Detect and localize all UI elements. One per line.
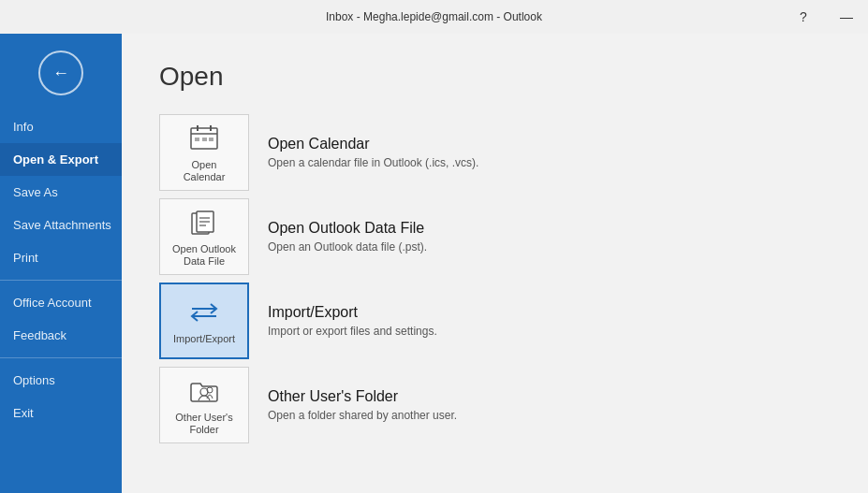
help-button[interactable]: ? [782,0,825,34]
open-outlook-data-title: Open Outlook Data File [268,220,427,237]
options-list: OpenCalendar Open Calendar Open a calend… [159,114,831,443]
option-row-open-outlook-data: Open OutlookData File Open Outlook Data … [159,198,831,275]
import-export-desc: Import or export files and settings. [268,325,437,338]
outlook-data-icon [187,206,221,239]
other-users-folder-text: Other User's Folder Open a folder shared… [268,388,457,422]
sidebar-divider-2 [0,357,122,358]
import-export-icon [187,296,221,329]
sidebar-item-save-as[interactable]: Save As [0,176,122,209]
sidebar-item-options[interactable]: Options [0,364,122,397]
calendar-icon [187,122,221,155]
svg-rect-5 [202,138,207,141]
other-users-folder-button[interactable]: Other User'sFolder [159,367,249,443]
open-calendar-icon-label: OpenCalendar [184,159,226,183]
title-bar-controls: ? — [782,0,868,34]
sidebar-item-info[interactable]: Info [0,110,122,143]
sidebar-item-exit[interactable]: Exit [0,397,122,429]
open-outlook-data-desc: Open an Outlook data file (.pst). [268,240,427,254]
option-row-import-export: Import/Export Import/Export Import or ex… [159,283,831,359]
open-calendar-desc: Open a calendar file in Outlook (.ics, .… [268,156,478,169]
sidebar-item-open-export[interactable]: Open & Export [0,143,122,176]
minimize-button[interactable]: — [825,0,868,34]
sidebar-divider-1 [0,280,122,281]
sidebar-item-print[interactable]: Print [0,241,122,274]
open-calendar-text: Open Calendar Open a calendar file in Ou… [268,136,478,169]
import-export-button[interactable]: Import/Export [159,283,249,359]
title-bar-text: Inbox - Megha.lepide@gmail.com - Outlook [326,10,542,23]
option-row-other-users-folder: Other User'sFolder Other User's Folder O… [159,367,831,443]
sidebar-item-feedback[interactable]: Feedback [0,319,122,352]
open-calendar-title: Open Calendar [268,136,478,152]
other-users-folder-desc: Open a folder shared by another user. [268,409,457,422]
sidebar-item-save-attachments[interactable]: Save Attachments [0,209,122,241]
svg-rect-6 [209,138,213,141]
page-title: Open [159,62,831,92]
import-export-title: Import/Export [268,304,437,321]
other-users-folder-title: Other User's Folder [268,388,457,405]
app-body: ← Info Open & Export Save As Save Attach… [0,34,868,493]
import-export-icon-label: Import/Export [173,333,235,345]
import-export-text: Import/Export Import or export files and… [268,304,437,338]
back-button[interactable]: ← [38,51,83,95]
other-users-folder-icon-label: Other User'sFolder [175,412,232,436]
sidebar: ← Info Open & Export Save As Save Attach… [0,34,122,493]
open-outlook-data-text: Open Outlook Data File Open an Outlook d… [268,220,427,254]
title-bar: Inbox - Megha.lepide@gmail.com - Outlook… [0,0,868,34]
open-outlook-data-button[interactable]: Open OutlookData File [159,198,249,275]
sidebar-item-office-account[interactable]: Office Account [0,286,122,319]
open-outlook-data-icon-label: Open OutlookData File [172,243,236,268]
open-calendar-button[interactable]: OpenCalendar [159,114,249,191]
svg-rect-4 [195,138,199,141]
other-users-folder-icon [187,374,221,408]
main-content: Open OpenCalendar O [122,34,868,493]
option-row-open-calendar: OpenCalendar Open Calendar Open a calend… [159,114,831,191]
